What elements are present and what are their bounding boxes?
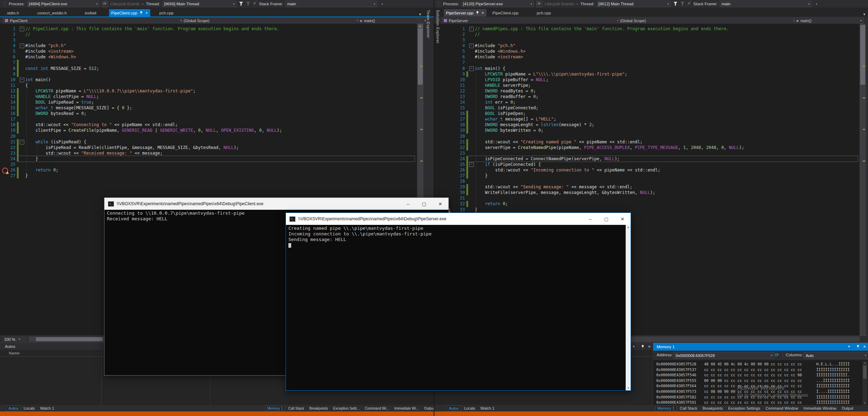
maximize-button[interactable]: ▢	[416, 198, 432, 210]
dock-tab-output[interactable]: Output	[422, 406, 434, 411]
code-line[interactable]: #include <iostream>	[475, 54, 523, 60]
fold-toggle[interactable]: −	[20, 44, 24, 48]
dock-tab-call-stack[interactable]: Call Stack	[678, 405, 700, 411]
tab-scroll-icon[interactable]: ▼	[419, 11, 422, 18]
stack-frame-combo[interactable]: main▾	[720, 1, 811, 7]
code-line[interactable]: LPCWSTR pipeName = L"\\\\.\\pipe\\mantvy…	[475, 71, 627, 77]
panel-dropdown-icon[interactable]: ▼	[848, 345, 850, 348]
filter-flagged-icon[interactable]	[680, 1, 685, 7]
project-combo[interactable]: PipeServer▾	[442, 18, 621, 24]
pin-icon[interactable]	[641, 345, 644, 348]
tab-pch-cpp[interactable]: pch.cpp	[535, 9, 553, 17]
filter-threads-icon[interactable]	[239, 1, 243, 7]
column-divider[interactable]	[101, 350, 102, 405]
tab-pipeclient-cpp[interactable]: PipeClient.cpp	[490, 9, 521, 17]
console-scrollbar[interactable]: ▲▼	[626, 225, 631, 390]
dock-tab-command-window[interactable]: Command Window	[764, 405, 800, 411]
maximize-button[interactable]: ▢	[598, 213, 614, 225]
toolbar-grip[interactable]	[438, 1, 440, 6]
code-line[interactable]: std::wcout << "Sending message: " << mes…	[475, 184, 632, 190]
memory-panel-title[interactable]: Memory 1	[653, 343, 868, 351]
code-line[interactable]: #include "pch.h"	[475, 43, 516, 48]
code-line[interactable]: clientPipe = CreateFile(pipeName, GENERI…	[25, 128, 282, 133]
dock-tab-exception-setti-[interactable]: Exception Setti...	[331, 406, 362, 411]
pin-icon[interactable]	[476, 11, 479, 14]
code-line[interactable]: std::wcout << "Connecting to " << pipeNa…	[25, 122, 178, 128]
tab-pipeserver-cpp[interactable]: PipeServer.cpp✕	[444, 9, 486, 17]
code-line[interactable]: const int MESSAGE_SIZE = 512;	[25, 66, 99, 71]
close-icon[interactable]: ✕	[145, 11, 148, 15]
suppress-flag-icon[interactable]: ⚑	[687, 1, 691, 6]
tab-pch-cpp[interactable]: pch.cpp	[157, 9, 175, 17]
code-line[interactable]: //	[475, 32, 480, 37]
code-line[interactable]: }	[475, 173, 487, 178]
code-line[interactable]: DWORD readBytes = 0;	[475, 88, 536, 94]
code-line[interactable]: #include "pch.h"	[25, 43, 66, 48]
lifecycle-icon[interactable]: ⟳	[536, 1, 542, 7]
tab-scroll-icon[interactable]: ▼	[863, 11, 866, 18]
scroll-down-icon[interactable]: ▼	[627, 387, 630, 389]
code-line[interactable]: {	[25, 83, 28, 88]
code-line[interactable]: return 0;	[475, 201, 508, 207]
close-icon[interactable]: ✕	[648, 345, 651, 349]
scroll-up-icon[interactable]: ▲	[627, 226, 630, 228]
code-line[interactable]: DWORD bytesRead = 0;	[25, 111, 86, 116]
fold-toggle[interactable]: −	[469, 66, 474, 71]
autos-col-name[interactable]: Name	[9, 350, 20, 356]
code-line[interactable]: int main() {	[475, 66, 505, 71]
dock-tab-output[interactable]: Output	[840, 405, 855, 411]
code-line[interactable]: wchar_t message[MESSAGE_SIZE] = { 0 };	[25, 105, 132, 111]
code-line[interactable]: DWORD messageLenght = lstrlen(message) *…	[475, 122, 594, 128]
address-combo[interactable]: 0x000000E43057F528▾	[674, 352, 774, 359]
code-line[interactable]: BOOL isPipeConnected;	[475, 105, 538, 111]
tab-stdio-h[interactable]: stdio.h	[5, 9, 21, 17]
code-line[interactable]: std::wcout << "Creating named pipe " << …	[475, 139, 643, 145]
filter-flagged-icon[interactable]	[246, 1, 250, 7]
code-line[interactable]: BOOL isPipeRead = true;	[25, 99, 94, 105]
code-line[interactable]: DWORD bytesWritten = 0;	[475, 128, 543, 133]
dock-tab-autos[interactable]: Autos	[6, 405, 20, 411]
dock-tab-exception-settings[interactable]: Exception Settings	[726, 405, 762, 411]
thread-combo[interactable]: [9612] Main Thread▾	[597, 1, 671, 7]
editor-vscrollbar[interactable]	[860, 24, 866, 336]
code-line[interactable]: isPipeConnected = ConnectNamedPipe(serve…	[475, 156, 620, 162]
dock-tab-watch-1[interactable]: Watch 1	[38, 405, 56, 411]
lifecycle-icon[interactable]: ⟳	[102, 1, 108, 7]
code-line[interactable]: }	[25, 156, 38, 162]
code-line[interactable]: // namedPipes.cpp : This file contains t…	[475, 26, 729, 32]
memory-scrollbar[interactable]: ▲▼	[862, 361, 867, 405]
code-line[interactable]: wchar_t message[] = L"HELL";	[475, 116, 556, 122]
code-line[interactable]: HANDLE clientPipe = NULL;	[25, 94, 99, 99]
dock-tab-call-stack[interactable]: Call Stack	[286, 406, 306, 411]
lifecycle-dropdown-icon[interactable]: ▾	[142, 2, 143, 6]
refresh-icon[interactable]: ⟳	[775, 352, 779, 358]
scope-combo[interactable]: (Global Scope)▾	[618, 18, 797, 24]
code-line[interactable]: LPCWSTR pipeName = L"\\\\10.0.0.7\\pipe\…	[25, 88, 196, 94]
lifecycle-events-button[interactable]: Lifecycle Events	[545, 2, 574, 6]
code-line[interactable]: return 0;	[25, 167, 58, 173]
suppress-flag-icon[interactable]: ⚑	[253, 1, 257, 6]
code-line[interactable]: DWORD readBuffer = 0;	[475, 94, 538, 99]
code-line[interactable]: HANDLE serverPipe;	[475, 83, 531, 88]
team-explorer-tab[interactable]: Team Explorer	[426, 10, 430, 38]
zoom-combo[interactable]: 100 %▾	[3, 337, 27, 342]
minimize-button[interactable]: –	[582, 213, 598, 225]
thread-combo[interactable]: [9656] Main Thread▾	[162, 1, 236, 7]
code-line[interactable]: while (isPipeRead) {	[25, 139, 86, 145]
solution-explorer-tab[interactable]: Solution Explorer	[436, 10, 440, 44]
code-line[interactable]: WriteFile(serverPipe, message, messageLe…	[475, 190, 655, 195]
code-line[interactable]: }	[475, 207, 477, 213]
code-line[interactable]: isPipeRead = ReadFile(clientPipe, &messa…	[25, 145, 239, 150]
code-line[interactable]: if (isPipeConnected) {	[475, 162, 541, 167]
fold-toggle[interactable]: −	[20, 140, 24, 144]
close-icon[interactable]: ✕	[863, 345, 866, 349]
console-titlebar[interactable]: >_ \\VBOXSVR\Experiments\namedPipes\name…	[286, 213, 631, 225]
code-line[interactable]: int err = 0;	[475, 99, 516, 105]
minimize-button[interactable]: –	[400, 198, 416, 210]
scope-combo[interactable]: (Global Scope)▾	[181, 18, 360, 24]
fold-toggle[interactable]: −	[469, 27, 474, 31]
code-line[interactable]: #include <iostream>	[25, 48, 74, 54]
code-line[interactable]: serverPipe = CreateNamedPipe(pipeName, P…	[475, 145, 744, 150]
dock-tab-command-wi-[interactable]: Command Wi...	[363, 406, 391, 411]
pin-icon[interactable]	[856, 345, 860, 348]
